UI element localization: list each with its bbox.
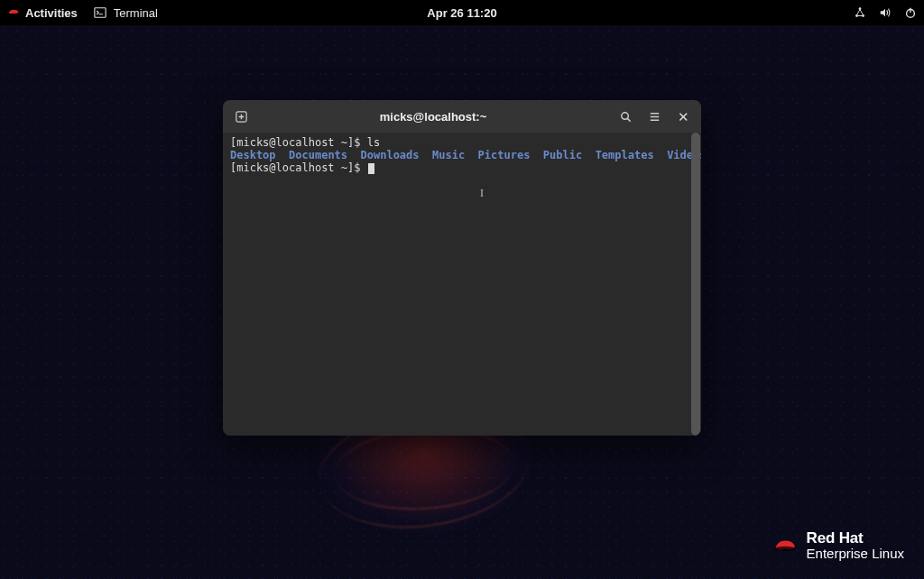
brand-main-text: Red Hat — [807, 530, 904, 547]
prompt-1: [micks@localhost ~]$ — [230, 136, 367, 149]
cursor-block — [368, 163, 374, 174]
active-app-label: Terminal — [114, 6, 158, 20]
network-icon[interactable] — [854, 6, 866, 19]
svg-point-7 — [621, 112, 628, 119]
directory-entry: Music — [432, 149, 465, 161]
terminal-window: micks@localhost:~ ✕ [micks@localhost ~]$… — [223, 100, 701, 436]
prompt-2: [micks@localhost ~]$ — [230, 161, 367, 174]
active-app-indicator[interactable]: Terminal — [94, 6, 158, 20]
search-button[interactable] — [613, 104, 638, 129]
window-title: micks@localhost:~ — [257, 110, 609, 124]
brand-sub-text: Enterprise Linux — [807, 547, 904, 561]
hamburger-menu-button[interactable] — [642, 104, 667, 129]
text-cursor-ibeam: I — [480, 187, 484, 199]
redhat-brand: Red Hat Enterprise Linux — [772, 530, 904, 561]
directory-entry: Desktop — [230, 149, 276, 161]
system-tray[interactable] — [854, 6, 917, 19]
clock[interactable]: Apr 26 11:20 — [427, 6, 496, 20]
gnome-topbar: Activities Terminal Apr 26 11:20 — [0, 0, 924, 25]
power-icon[interactable] — [904, 6, 917, 19]
directory-entry: Documents — [289, 149, 347, 161]
redhat-logo-icon — [772, 534, 798, 557]
directory-entry: Public — [543, 149, 582, 161]
activities-label: Activities — [25, 6, 78, 20]
fedora-hat-icon — [7, 5, 20, 21]
close-button[interactable]: ✕ — [670, 104, 696, 129]
datetime-label: Apr 26 11:20 — [427, 6, 496, 20]
ls-output-line: Desktop Documents Downloads Music Pictur… — [230, 149, 694, 161]
directory-entry: Templates — [596, 149, 654, 161]
directory-entry: Pictures — [478, 149, 531, 161]
svg-line-8 — [627, 118, 630, 121]
terminal-titlebar[interactable]: micks@localhost:~ ✕ — [223, 100, 701, 133]
activities-button[interactable]: Activities — [7, 5, 78, 21]
svg-point-9 — [774, 547, 795, 551]
command-1: ls — [367, 136, 380, 149]
volume-icon[interactable] — [879, 6, 892, 19]
svg-rect-0 — [95, 8, 106, 18]
directory-entry: Downloads — [361, 149, 420, 161]
terminal-icon — [94, 6, 106, 19]
close-icon: ✕ — [678, 110, 689, 124]
new-tab-button[interactable] — [228, 104, 254, 129]
terminal-scrollbar[interactable] — [691, 133, 700, 436]
terminal-output-area[interactable]: [micks@localhost ~]$ ls Desktop Document… — [223, 133, 701, 436]
